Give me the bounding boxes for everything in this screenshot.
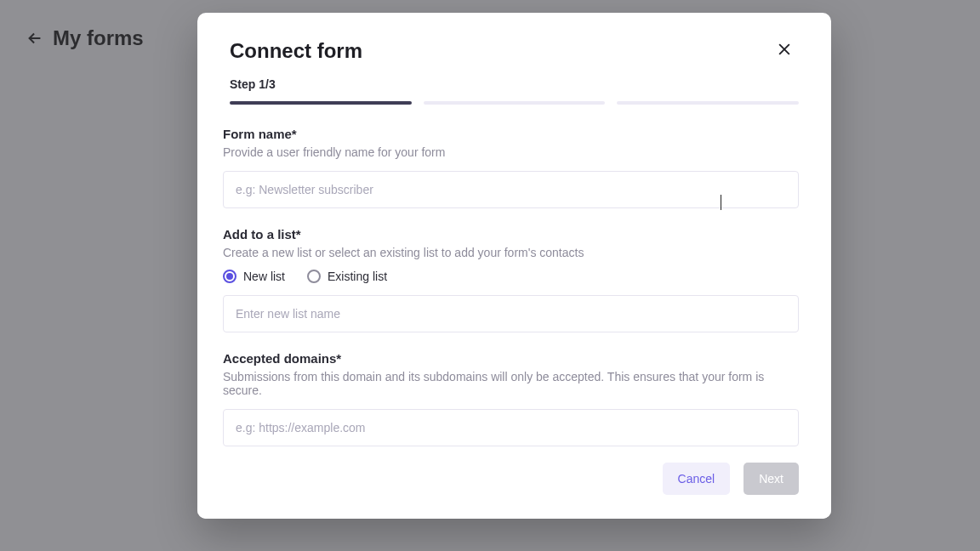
field-add-to-list: Add to a list* Create a new list or sele… — [223, 227, 799, 332]
new-list-name-input[interactable] — [223, 295, 799, 332]
next-button[interactable]: Next — [744, 463, 799, 495]
accepted-domains-help: Submissions from this domain and its sub… — [223, 370, 799, 397]
radio-new-list[interactable]: New list — [223, 270, 285, 283]
form-name-input[interactable] — [223, 171, 799, 208]
accepted-domains-label: Accepted domains* — [223, 351, 799, 366]
radio-icon — [307, 270, 321, 283]
radio-existing-list-label: Existing list — [328, 270, 387, 283]
close-icon — [776, 41, 793, 61]
add-to-list-help: Create a new list or select an existing … — [223, 246, 799, 259]
modal-title: Connect form — [230, 39, 362, 63]
field-accepted-domains: Accepted domains* Submissions from this … — [223, 351, 799, 446]
form-name-help: Provide a user friendly name for your fo… — [223, 145, 799, 159]
radio-icon — [223, 270, 236, 283]
connect-form-modal: Connect form Step 1/3 Form name* Provide… — [197, 13, 831, 519]
text-cursor-icon — [721, 195, 721, 210]
close-button[interactable] — [770, 37, 799, 65]
radio-existing-list[interactable]: Existing list — [307, 270, 387, 283]
form-name-label: Form name* — [223, 127, 799, 141]
radio-new-list-label: New list — [243, 270, 285, 283]
field-form-name: Form name* Provide a user friendly name … — [223, 127, 799, 208]
modal-footer: Cancel Next — [197, 451, 831, 519]
progress-segment-1 — [230, 101, 412, 105]
step-indicator: Step 1/3 — [230, 77, 799, 91]
accepted-domains-input[interactable] — [223, 409, 799, 446]
progress-bar — [230, 101, 799, 105]
add-to-list-label: Add to a list* — [223, 227, 799, 241]
progress-segment-2 — [424, 101, 606, 105]
list-option-radio-group: New list Existing list — [223, 270, 799, 283]
progress-segment-3 — [617, 101, 799, 105]
modal-header: Connect form Step 1/3 — [197, 13, 831, 105]
cancel-button[interactable]: Cancel — [663, 463, 731, 495]
